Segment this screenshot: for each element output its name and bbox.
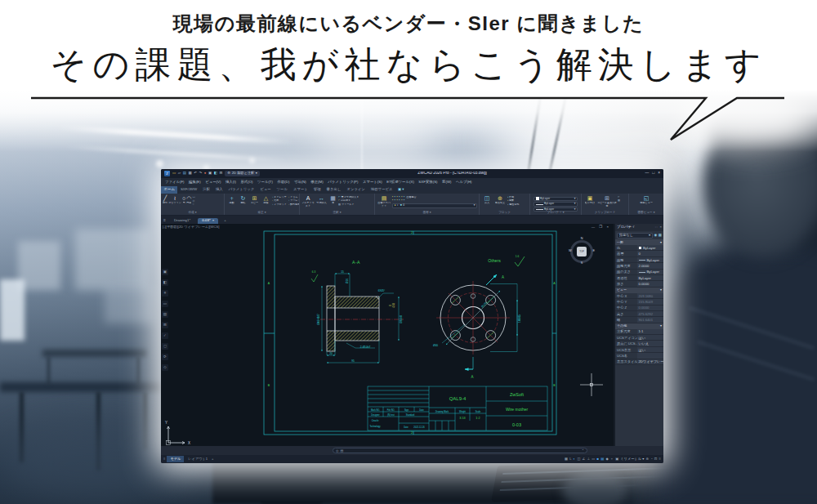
menu-item[interactable]: 作図(D) <box>278 181 290 184</box>
property-row[interactable]: 線種尺度2.0000 <box>615 263 663 269</box>
block-edit-button[interactable]: ▪ 編集 <box>507 199 527 202</box>
status-tool-icon[interactable]: ≡ <box>659 457 661 461</box>
document-tab[interactable]: 0-03*× <box>198 218 218 224</box>
hamburger-icon[interactable]: ≡ <box>163 218 166 222</box>
viewport-label[interactable]: [-][平面図][2D ワイヤフレーム][WCS] <box>163 225 219 229</box>
layer-tool-icon[interactable]: ▪ <box>404 199 404 203</box>
menu-item[interactable]: 寸法(N) <box>294 181 306 184</box>
layout-tab[interactable]: レイアウト1 <box>185 456 210 462</box>
property-row[interactable]: 幅901.6401 <box>615 317 663 323</box>
status-toggle-icon[interactable]: ⊥ <box>587 457 591 461</box>
trim-button[interactable]: ▫ トリム <box>288 196 300 198</box>
qat-icon[interactable]: ↶ <box>194 172 197 176</box>
lineweight-dropdown[interactable]: ByLayer▾ <box>534 202 578 206</box>
stretch-button[interactable]: ▫ ストレッチ <box>272 196 288 198</box>
qat-icon[interactable]: ◧ <box>214 172 217 176</box>
minimize-button[interactable]: — <box>645 172 649 176</box>
copy-button[interactable]: ⊞コピー <box>249 194 260 211</box>
field-button[interactable]: ▤ フィールド <box>338 203 371 206</box>
linear-dim-button[interactable]: ⊢ 長さ寸法記入 ▾ <box>338 196 371 198</box>
menu-item[interactable]: 修正(M) <box>310 181 323 184</box>
drawing-canvas[interactable]: [-][平面図][2D ワイヤフレーム][WCS] — ❐ × ▣◧≡▭▤⊞✓◻… <box>161 224 614 446</box>
status-tool-icon[interactable]: ⊕ <box>645 457 649 461</box>
add-layout-button[interactable]: + <box>212 457 213 461</box>
qat-icon[interactable]: ▱ <box>178 172 181 176</box>
compass-north[interactable]: N <box>569 238 595 241</box>
status-toggle-icon[interactable]: ▦ <box>565 457 568 461</box>
line-button[interactable]: ╱線分 <box>163 194 167 211</box>
property-row[interactable]: UCS表示はい <box>615 347 663 353</box>
qat-icon[interactable]: ▣ <box>208 172 212 176</box>
compass-east[interactable]: E <box>592 250 595 253</box>
section-header-view[interactable]: ビュー▾ <box>615 288 663 293</box>
attribute-define-button[interactable]: ▪ 属性定義 <box>507 203 527 206</box>
arc-button[interactable]: ◠円弧 <box>186 194 191 211</box>
mtext-button[interactable]: Aマルチテキスト <box>301 194 315 211</box>
compass-top-face[interactable]: TOP <box>577 247 587 256</box>
side-tool-icon[interactable]: ▤ <box>162 311 168 318</box>
status-toggle-icon[interactable]: ▤ <box>600 457 604 461</box>
ribbon-tab[interactable]: スマート <box>290 186 310 194</box>
units-dropdown[interactable]: ミリメートル ▾ <box>620 457 644 461</box>
layer-tool-icon[interactable]: ▪ <box>397 199 398 203</box>
side-tool-icon[interactable]: ▭ <box>162 301 168 307</box>
property-row[interactable]: 高さ475.6292 <box>615 311 663 317</box>
menu-item[interactable]: ビュー(V) <box>205 181 221 184</box>
layer-dropdown[interactable]: ● ◐ ■ 0 ▾ <box>392 203 477 208</box>
status-toggle-icon[interactable]: ◫ <box>577 457 580 461</box>
ribbon-tab[interactable]: ビュー <box>257 186 274 194</box>
menu-item[interactable]: ファイル(F) <box>165 181 185 184</box>
property-row[interactable]: 中心 Z0.0000 <box>615 306 663 311</box>
qat-icon[interactable]: ▤ <box>183 172 186 176</box>
property-row[interactable]: 線の太さByLayer <box>615 270 663 275</box>
property-row[interactable]: 画層0 <box>615 251 663 256</box>
group-label[interactable]: 注釈 <box>333 211 339 214</box>
color-dropdown[interactable]: ByLayer▾ <box>534 197 578 202</box>
offset-button[interactable]: ▫ オフセット <box>272 203 288 206</box>
section-header-misc[interactable]: その他▾ <box>615 323 663 329</box>
selection-dropdown[interactable]: 指定なし ▾ <box>617 233 653 239</box>
array-button[interactable]: ▫ 配列複写 <box>288 203 300 206</box>
paste-button[interactable]: ▣貼り付け <box>583 194 596 211</box>
group-label[interactable]: 作成 <box>189 211 194 214</box>
menu-item[interactable]: パラメトリック(P) <box>328 181 358 184</box>
color-swatch-icon[interactable]: ▣ <box>398 188 401 191</box>
side-tool-icon[interactable]: ⟳ <box>162 354 168 360</box>
menu-item[interactable]: スマート(S) <box>363 181 382 184</box>
property-row[interactable]: 原点に UCS...いいえ <box>615 341 663 346</box>
shape-tool-icon[interactable]: ○ <box>192 203 194 207</box>
status-toggle-icon[interactable]: ▣ <box>615 457 618 461</box>
status-tool-icon[interactable]: ⊡ <box>654 457 658 461</box>
ribbon-tab[interactable]: 管理 <box>310 186 324 194</box>
circle-button[interactable]: ○円 <box>182 194 185 211</box>
property-row[interactable]: 表示スタイル2Dワイヤフレーム <box>615 359 663 365</box>
fillet-button[interactable]: ▫ フィレット <box>288 199 300 202</box>
menu-item[interactable]: SXF変換(S) <box>418 181 437 184</box>
status-toggle-icon[interactable]: ◐ <box>574 457 576 461</box>
insert-block-button[interactable]: ◫挿入 <box>481 194 493 211</box>
side-tool-icon[interactable]: ✓ <box>162 332 168 339</box>
dimension-button[interactable]: ↔寸法記入 <box>315 194 328 211</box>
navigation-compass[interactable]: N S W E TOP <box>569 239 595 265</box>
layer-tool-icon[interactable]: ▪ <box>401 199 402 203</box>
viewport-window-controls[interactable]: — ❐ × <box>592 225 610 229</box>
section-header-general[interactable]: 一般▾ <box>615 239 663 245</box>
layer-tool-icon[interactable]: ▪ <box>399 199 400 203</box>
document-tab[interactable]: + <box>220 218 232 224</box>
qat-icon[interactable]: ↷ <box>199 172 203 176</box>
dock-icon[interactable]: ⇔ <box>654 225 658 229</box>
quick-select-icon[interactable]: ◉ <box>654 234 658 237</box>
side-tool-icon[interactable]: ≡ <box>162 290 168 297</box>
maximize-button[interactable]: □ <box>652 172 654 176</box>
menu-item[interactable]: ツール(T) <box>257 181 273 184</box>
status-toggle-icon[interactable]: ◆ <box>605 457 608 461</box>
property-row[interactable]: 注釈尺度1:1 <box>615 329 663 335</box>
table-button[interactable]: ▦表 <box>328 194 337 211</box>
compass-west[interactable]: W <box>569 250 572 253</box>
group-label[interactable]: クリップボード <box>595 211 616 214</box>
rotate-button[interactable]: ↻回転 <box>238 194 248 211</box>
group-label[interactable]: プロパティ <box>547 211 561 214</box>
panel-close-icon[interactable]: × <box>659 225 662 229</box>
status-tool-icon[interactable]: ◔ <box>650 457 653 461</box>
ribbon-tab[interactable]: ツール <box>274 186 290 194</box>
